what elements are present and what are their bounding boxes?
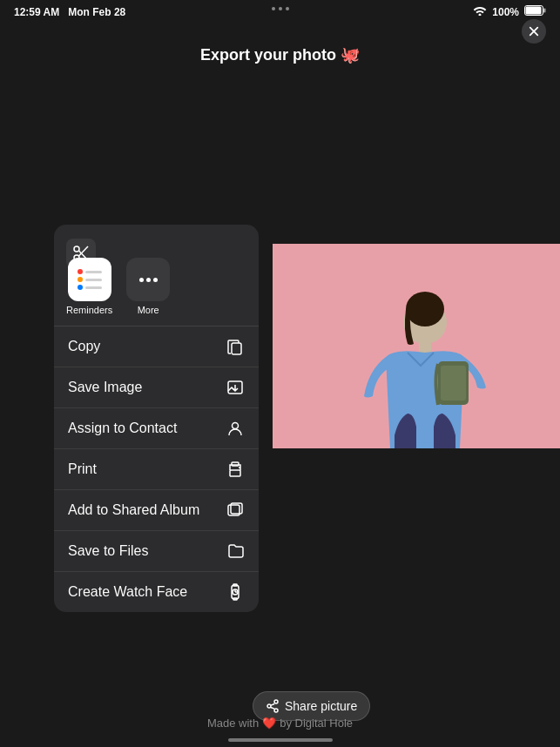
watch-face-menu-item[interactable]: Create Watch Face	[54, 572, 259, 612]
svg-rect-7	[419, 340, 431, 353]
print-menu-item[interactable]: Print	[54, 449, 259, 490]
assign-contact-icon	[226, 419, 245, 438]
shared-album-label: Add to Shared Album	[68, 502, 199, 518]
more-label: More	[138, 305, 159, 315]
reminders-label: Reminders	[66, 305, 112, 315]
svg-line-14	[79, 246, 89, 256]
page-title: Export your photo 🐙	[0, 45, 560, 64]
bottom-indicator	[228, 738, 333, 742]
photo-svg	[273, 244, 560, 448]
battery-icon	[524, 5, 546, 18]
share-sheet: Reminders More Copy Save Image	[54, 225, 259, 612]
photo-area	[273, 244, 560, 448]
share-icon	[266, 699, 280, 713]
save-image-label: Save Image	[68, 380, 142, 395]
status-right: 100%	[473, 5, 546, 18]
reminders-icon	[68, 258, 111, 301]
copy-icon	[226, 337, 245, 356]
svg-rect-15	[232, 343, 241, 354]
print-icon	[226, 460, 245, 479]
svg-point-10	[406, 292, 444, 326]
save-files-label: Save to Files	[68, 543, 148, 559]
footer-text: Made with	[207, 717, 259, 730]
app-reminders[interactable]: Reminders	[66, 258, 112, 315]
svg-point-17	[233, 423, 239, 429]
svg-rect-18	[230, 470, 240, 476]
svg-point-11	[74, 246, 79, 252]
shared-album-icon	[226, 501, 245, 520]
save-image-icon	[226, 378, 245, 397]
status-left: 12:59 AM Mon Feb 28	[14, 6, 125, 18]
svg-rect-9	[441, 366, 466, 400]
svg-rect-1	[526, 7, 542, 15]
svg-point-20	[239, 467, 240, 468]
battery-percentage: 100%	[492, 6, 519, 18]
save-files-menu-item[interactable]: Save to Files	[54, 531, 259, 572]
assign-contact-label: Assign to Contact	[68, 421, 177, 436]
svg-rect-2	[543, 9, 546, 13]
time: 12:59 AM	[14, 6, 59, 18]
date: Mon Feb 28	[68, 6, 125, 18]
share-picture-label: Share picture	[285, 699, 357, 713]
svg-line-29	[271, 704, 274, 706]
wifi-icon	[473, 5, 487, 18]
app-more[interactable]: More	[126, 258, 170, 315]
watch-face-label: Create Watch Face	[68, 584, 187, 600]
copy-menu-item[interactable]: Copy	[54, 326, 259, 367]
print-label: Print	[68, 461, 97, 477]
footer: Made with ❤️ by Digital Hole	[0, 717, 560, 730]
more-icon	[126, 258, 170, 301]
heart-icon: ❤️	[262, 717, 276, 730]
copy-label: Copy	[68, 339, 100, 354]
status-bar: 12:59 AM Mon Feb 28 100%	[0, 0, 560, 22]
watch-face-icon	[226, 582, 245, 602]
three-dots	[272, 7, 289, 10]
svg-rect-19	[232, 462, 239, 466]
footer-suffix: by Digital Hole	[280, 717, 353, 730]
shared-album-menu-item[interactable]: Add to Shared Album	[54, 490, 259, 531]
svg-line-30	[271, 708, 274, 710]
close-button[interactable]	[522, 19, 546, 44]
assign-contact-menu-item[interactable]: Assign to Contact	[54, 408, 259, 449]
save-files-icon	[226, 542, 245, 561]
save-image-menu-item[interactable]: Save Image	[54, 367, 259, 408]
